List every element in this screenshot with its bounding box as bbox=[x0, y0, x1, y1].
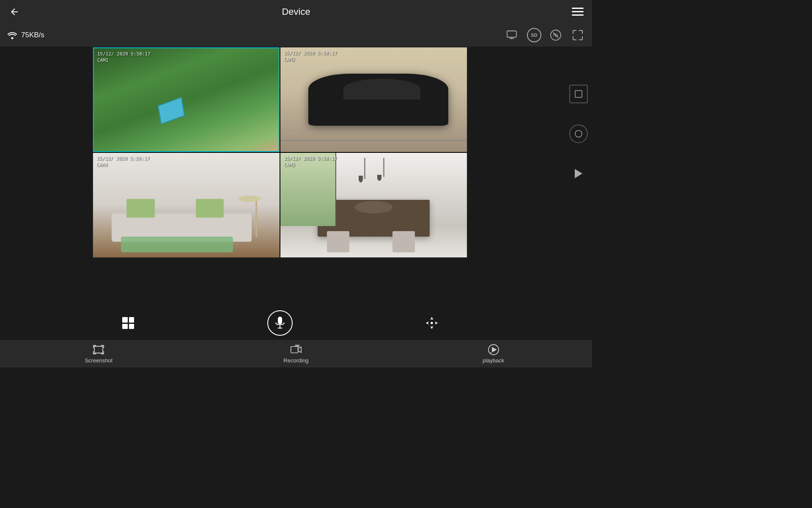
svg-point-22 bbox=[575, 130, 582, 137]
wifi-speed-display: 75KB/s bbox=[7, 31, 44, 39]
menu-button[interactable] bbox=[570, 4, 585, 19]
bottom-nav: Screenshot Recording playback bbox=[0, 340, 592, 367]
screen-cast-button[interactable] bbox=[505, 28, 520, 43]
playback-icon bbox=[488, 344, 499, 356]
circle-button[interactable] bbox=[569, 124, 588, 143]
microphone-button[interactable] bbox=[267, 310, 293, 336]
cam1-timestamp: 15/12/ 2020 5:58:17 CAM1 bbox=[97, 51, 151, 64]
cam2-timestamp: 15/12/ 2020 5:58:17 CAM2 bbox=[284, 50, 337, 63]
nav-recording[interactable]: Recording bbox=[275, 344, 317, 364]
svg-rect-4 bbox=[572, 8, 584, 9]
cam4-timestamp: 15/12/ 2020 5:58:17 CAM3 bbox=[284, 155, 337, 168]
svg-rect-11 bbox=[278, 317, 282, 324]
screenshot-label: Screenshot bbox=[85, 357, 112, 364]
svg-rect-5 bbox=[572, 11, 584, 12]
page-title: Device bbox=[282, 6, 310, 17]
cam3-timestamp: 15/12/ 2020 5:58:17 CAM4 bbox=[96, 155, 150, 168]
quality-selector[interactable]: SD bbox=[527, 28, 541, 42]
nav-screenshot[interactable]: Screenshot bbox=[77, 344, 120, 364]
svg-point-14 bbox=[431, 322, 433, 324]
camera-cell-2[interactable]: 15/12/ 2020 5:58:17 CAM2 bbox=[280, 47, 467, 152]
camera-cell-1[interactable]: 15/12/ 2020 5:58:17 CAM1 bbox=[93, 47, 280, 152]
back-triangle-button[interactable] bbox=[569, 164, 588, 183]
right-control-icons: SD bbox=[505, 28, 585, 43]
wifi-icon bbox=[7, 31, 18, 39]
right-controls bbox=[569, 85, 588, 183]
fullscreen-button[interactable] bbox=[570, 28, 585, 43]
mute-button[interactable] bbox=[548, 28, 563, 43]
bottom-toolbar bbox=[92, 306, 468, 340]
back-button[interactable] bbox=[7, 4, 22, 19]
svg-rect-16 bbox=[291, 347, 298, 353]
quality-label: SD bbox=[531, 33, 537, 38]
camera-cell-3[interactable]: 15/12/ 2020 5:58:17 CAM4 bbox=[93, 153, 280, 257]
ptz-button[interactable] bbox=[421, 312, 442, 334]
speed-label: 75KB/s bbox=[21, 31, 44, 39]
header: Device bbox=[0, 0, 592, 23]
svg-rect-8 bbox=[507, 31, 516, 37]
single-view-button[interactable] bbox=[569, 85, 588, 103]
recording-label: Recording bbox=[283, 357, 308, 364]
svg-rect-6 bbox=[572, 14, 584, 16]
controls-bar: 75KB/s SD bbox=[0, 23, 592, 47]
svg-rect-21 bbox=[575, 91, 582, 97]
nav-playback[interactable]: playback bbox=[472, 344, 515, 364]
svg-rect-15 bbox=[94, 346, 103, 353]
recording-icon bbox=[290, 344, 302, 356]
camera-grid: 15/12/ 2020 5:58:17 CAM1 15/12/ 2020 5:5… bbox=[92, 47, 468, 258]
playback-label: playback bbox=[483, 357, 504, 364]
grid-view-button[interactable] bbox=[118, 312, 139, 334]
svg-point-7 bbox=[11, 37, 14, 39]
camera-cell-4[interactable]: 15/12/ 2020 5:58:17 CAM3 bbox=[280, 153, 467, 257]
screenshot-icon bbox=[93, 344, 104, 356]
